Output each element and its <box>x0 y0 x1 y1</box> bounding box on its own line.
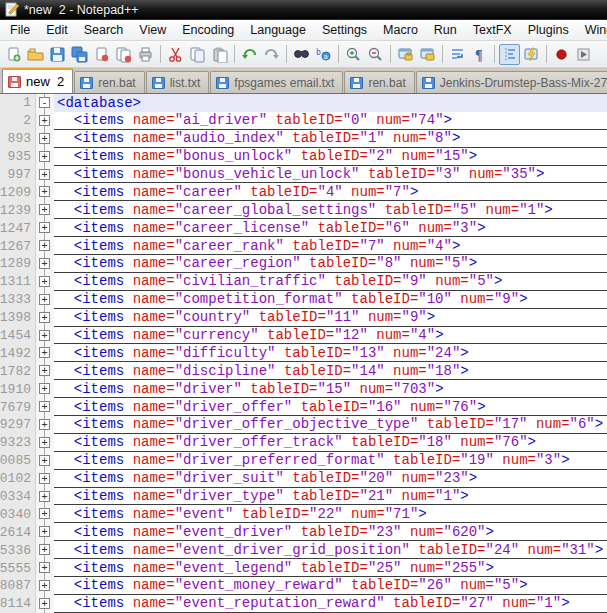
tab-new-2[interactable]: new 2 <box>2 68 73 93</box>
fold-expand-icon[interactable]: + <box>39 294 50 305</box>
sync-vertical-scroll-icon[interactable] <box>395 44 416 65</box>
fold-expand-icon[interactable]: + <box>39 437 50 448</box>
code-line[interactable]: 1311+ <items name="civilian_traffic" tab… <box>0 273 607 291</box>
code-line[interactable]: 8114+ <items name="event_reputation_rewa… <box>0 595 607 613</box>
show-all-characters-icon[interactable]: ¶ <box>469 44 490 65</box>
tab-ren-bat[interactable]: ren.bat <box>344 71 414 93</box>
menu-item-textfx[interactable]: TextFX <box>465 21 520 39</box>
fold-expand-icon[interactable]: + <box>39 258 50 269</box>
fold-expand-icon[interactable]: + <box>39 491 50 502</box>
tab-list-txt[interactable]: list.txt <box>146 71 210 93</box>
fold-expand-icon[interactable]: + <box>39 562 50 573</box>
code-line[interactable]: 9323+ <items name="driver_offer_track" t… <box>0 434 607 452</box>
fold-expand-icon[interactable]: + <box>39 365 50 376</box>
undo-icon[interactable] <box>239 44 260 65</box>
fold-expand-icon[interactable]: + <box>39 508 50 519</box>
copy-icon[interactable] <box>187 44 208 65</box>
fold-expand-icon[interactable]: + <box>39 312 50 323</box>
code-line[interactable]: 0102+ <items name="driver_suit" tableID=… <box>0 470 607 488</box>
fold-expand-icon[interactable]: + <box>39 526 50 537</box>
fold-expand-icon[interactable]: + <box>39 330 50 341</box>
code-line[interactable]: 0340+ <items name="event" tableID="22" n… <box>0 505 607 523</box>
code-line[interactable]: 997+ <items name="bonus_vehicle_unlock" … <box>0 166 607 184</box>
code-line[interactable]: 0085+ <items name="driver_preferred_form… <box>0 452 607 470</box>
sync-horizontal-scroll-icon[interactable] <box>417 44 438 65</box>
menu-item-search[interactable]: Search <box>76 21 132 39</box>
zoom-out-icon[interactable] <box>365 44 386 65</box>
code-line[interactable]: 1454+ <items name="currency" tableID="12… <box>0 327 607 345</box>
menu-item-edit[interactable]: Edit <box>38 21 76 39</box>
paste-icon[interactable] <box>209 44 230 65</box>
show-indent-guide-icon[interactable] <box>499 44 520 65</box>
fold-expand-icon[interactable]: + <box>39 580 50 591</box>
fold-expand-icon[interactable]: + <box>39 222 50 233</box>
close-icon[interactable] <box>91 44 112 65</box>
code-line[interactable]: 1398+ <items name="country" tableID="11"… <box>0 309 607 327</box>
code-line[interactable]: 2614+ <items name="event_driver" tableID… <box>0 523 607 541</box>
record-macro-icon[interactable] <box>551 44 572 65</box>
code-line[interactable]: 1910+ <items name="driver" tableID="15" … <box>0 380 607 398</box>
fold-expand-icon[interactable]: + <box>39 544 50 555</box>
save-all-icon[interactable] <box>69 44 90 65</box>
code-line[interactable]: 0334+ <items name="driver_type" tableID=… <box>0 488 607 506</box>
code-line[interactable]: 1209+ <items name="career" tableID="4" n… <box>0 183 607 201</box>
code-line[interactable]: 1492+ <items name="difficulty" tableID="… <box>0 344 607 362</box>
new-file-icon[interactable] <box>3 44 24 65</box>
fold-collapse-icon[interactable]: - <box>39 97 50 108</box>
menu-item-run[interactable]: Run <box>426 21 465 39</box>
fold-expand-icon[interactable]: + <box>39 598 50 609</box>
fold-expand-icon[interactable]: + <box>39 186 50 197</box>
fold-expand-icon[interactable]: + <box>39 240 50 251</box>
editor-area[interactable]: 1-<database>2+ <items name="ai_driver" t… <box>0 94 607 613</box>
code-line[interactable]: 1-<database> <box>0 94 607 112</box>
code-line[interactable]: 1289+ <items name="career_region" tableI… <box>0 255 607 273</box>
tab-ren-bat[interactable]: ren.bat <box>74 71 144 93</box>
print-icon[interactable] <box>135 44 156 65</box>
cut-icon[interactable] <box>165 44 186 65</box>
code-line[interactable]: 1239+ <items name="career_global_setting… <box>0 201 607 219</box>
redo-icon[interactable] <box>261 44 282 65</box>
find-icon[interactable] <box>291 44 312 65</box>
playback-macro-icon[interactable] <box>573 44 594 65</box>
code-line[interactable]: 1247+ <items name="career_license" table… <box>0 219 607 237</box>
user-define-dialog-icon[interactable] <box>521 44 542 65</box>
code-line[interactable]: 1267+ <items name="career_rank" tableID=… <box>0 237 607 255</box>
fold-expand-icon[interactable]: + <box>39 401 50 412</box>
menu-item-language[interactable]: Language <box>242 21 314 39</box>
fold-expand-icon[interactable]: + <box>39 473 50 484</box>
menu-item-file[interactable]: File <box>2 21 38 39</box>
code-line[interactable]: 1333+ <items name="competition_format" t… <box>0 291 607 309</box>
code-line[interactable]: 8087+ <items name="event_money_reward" t… <box>0 577 607 595</box>
fold-expand-icon[interactable]: + <box>39 455 50 466</box>
open-folder-icon[interactable] <box>25 44 46 65</box>
replace-icon[interactable]: ba <box>313 44 334 65</box>
tab-jenkins-drumstep-bass-mix-27-9-2010-txt[interactable]: Jenkins-Drumstep-Bass-Mix-27-9-2010.txt <box>416 71 607 93</box>
code-line[interactable]: 1782+ <items name="discipline" tableID="… <box>0 362 607 380</box>
fold-expand-icon[interactable]: + <box>39 383 50 394</box>
fold-expand-icon[interactable]: + <box>39 347 50 358</box>
zoom-in-icon[interactable] <box>343 44 364 65</box>
fold-expand-icon[interactable]: + <box>39 169 50 180</box>
code-line[interactable]: 893+ <items name="audio_index" tableID="… <box>0 130 607 148</box>
fold-expand-icon[interactable]: + <box>39 133 50 144</box>
fold-expand-icon[interactable]: + <box>39 276 50 287</box>
fold-expand-icon[interactable]: + <box>39 115 50 126</box>
tab-fpsgames-email-txt[interactable]: fpsgames email.txt <box>210 71 343 93</box>
code-line[interactable]: 5336+ <items name="event_driver_grid_pos… <box>0 541 607 559</box>
menu-item-settings[interactable]: Settings <box>314 21 375 39</box>
code-line[interactable]: 2+ <items name="ai_driver" tableID="0" n… <box>0 112 607 130</box>
code-line[interactable]: 5555+ <items name="event_legend" tableID… <box>0 559 607 577</box>
fold-expand-icon[interactable]: + <box>39 151 50 162</box>
menu-item-view[interactable]: View <box>131 21 174 39</box>
save-icon[interactable] <box>47 44 68 65</box>
menu-item-plugins[interactable]: Plugins <box>520 21 577 39</box>
menu-item-macro[interactable]: Macro <box>375 21 426 39</box>
word-wrap-icon[interactable] <box>447 44 468 65</box>
fold-expand-icon[interactable]: + <box>39 204 50 215</box>
fold-expand-icon[interactable]: + <box>39 419 50 430</box>
code-line[interactable]: 935+ <items name="bonus_unlock" tableID=… <box>0 148 607 166</box>
close-all-icon[interactable] <box>113 44 134 65</box>
code-line[interactable]: 7679+ <items name="driver_offer" tableID… <box>0 398 607 416</box>
menu-item-window[interactable]: Window <box>577 21 607 39</box>
menu-item-encoding[interactable]: Encoding <box>174 21 242 39</box>
